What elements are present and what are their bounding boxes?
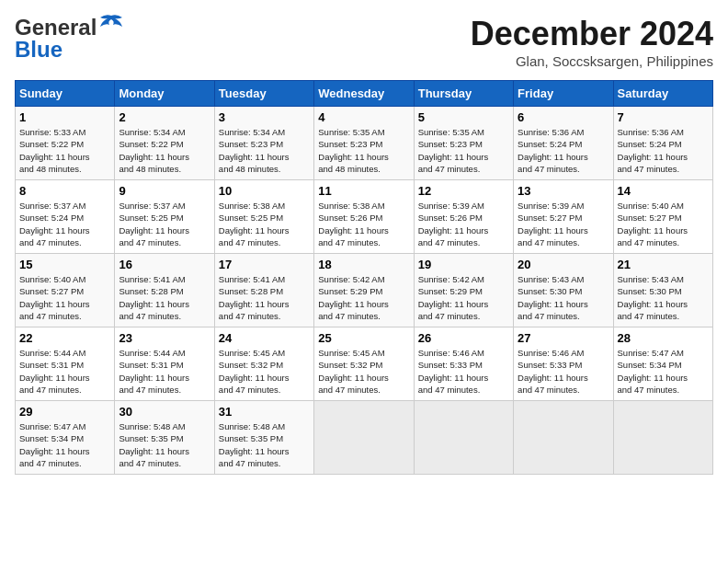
logo-blue: Blue [15, 37, 63, 63]
day-number: 18 [318, 258, 409, 271]
day-number: 15 [19, 258, 110, 271]
calendar-cell: 17Sunrise: 5:41 AM Sunset: 5:28 PM Dayli… [214, 254, 313, 327]
day-info: Sunrise: 5:35 AM Sunset: 5:23 PM Dayligh… [318, 126, 409, 175]
calendar-cell: 24Sunrise: 5:45 AM Sunset: 5:32 PM Dayli… [214, 327, 313, 401]
day-info: Sunrise: 5:43 AM Sunset: 5:30 PM Dayligh… [618, 273, 709, 322]
day-number: 8 [19, 184, 110, 198]
day-info: Sunrise: 5:48 AM Sunset: 5:35 PM Dayligh… [119, 420, 210, 469]
col-header-sunday: Sunday [16, 81, 115, 107]
calendar-cell: 21Sunrise: 5:43 AM Sunset: 5:30 PM Dayli… [613, 254, 712, 327]
calendar-cell: 4Sunrise: 5:35 AM Sunset: 5:23 PM Daylig… [314, 107, 414, 180]
calendar-cell: 1Sunrise: 5:33 AM Sunset: 5:22 PM Daylig… [16, 107, 115, 180]
title-area: December 2024 Glan, Soccsksargen, Philip… [471, 15, 713, 69]
day-info: Sunrise: 5:36 AM Sunset: 5:24 PM Dayligh… [618, 126, 709, 175]
calendar-cell: 5Sunrise: 5:35 AM Sunset: 5:23 PM Daylig… [414, 107, 513, 180]
calendar-cell [613, 401, 712, 475]
calendar-cell: 30Sunrise: 5:48 AM Sunset: 5:35 PM Dayli… [115, 401, 214, 475]
day-info: Sunrise: 5:37 AM Sunset: 5:25 PM Dayligh… [119, 200, 210, 248]
calendar-cell: 27Sunrise: 5:46 AM Sunset: 5:33 PM Dayli… [514, 327, 613, 401]
day-number: 19 [418, 258, 509, 271]
calendar-cell: 31Sunrise: 5:48 AM Sunset: 5:35 PM Dayli… [214, 401, 313, 475]
calendar-cell: 7Sunrise: 5:36 AM Sunset: 5:24 PM Daylig… [613, 107, 712, 180]
calendar-cell: 25Sunrise: 5:45 AM Sunset: 5:32 PM Dayli… [314, 327, 414, 401]
day-info: Sunrise: 5:37 AM Sunset: 5:24 PM Dayligh… [19, 200, 110, 248]
col-header-wednesday: Wednesday [314, 81, 414, 107]
day-info: Sunrise: 5:45 AM Sunset: 5:32 PM Dayligh… [219, 347, 310, 396]
day-info: Sunrise: 5:46 AM Sunset: 5:33 PM Dayligh… [418, 347, 509, 396]
col-header-tuesday: Tuesday [214, 81, 313, 107]
day-info: Sunrise: 5:34 AM Sunset: 5:23 PM Dayligh… [219, 126, 310, 175]
col-header-thursday: Thursday [414, 81, 513, 107]
day-number: 1 [19, 110, 110, 124]
calendar-cell: 12Sunrise: 5:39 AM Sunset: 5:26 PM Dayli… [414, 180, 513, 254]
day-number: 9 [119, 184, 210, 198]
calendar-cell: 19Sunrise: 5:42 AM Sunset: 5:29 PM Dayli… [414, 254, 513, 327]
day-info: Sunrise: 5:39 AM Sunset: 5:27 PM Dayligh… [518, 200, 609, 248]
day-number: 14 [618, 184, 709, 198]
day-number: 23 [119, 331, 210, 345]
calendar-cell: 23Sunrise: 5:44 AM Sunset: 5:31 PM Dayli… [115, 327, 214, 401]
day-info: Sunrise: 5:42 AM Sunset: 5:29 PM Dayligh… [318, 273, 409, 322]
calendar-cell: 14Sunrise: 5:40 AM Sunset: 5:27 PM Dayli… [613, 180, 712, 254]
day-number: 4 [318, 110, 409, 124]
logo-bird-icon [98, 14, 124, 34]
calendar-cell: 3Sunrise: 5:34 AM Sunset: 5:23 PM Daylig… [214, 107, 313, 180]
day-info: Sunrise: 5:42 AM Sunset: 5:29 PM Dayligh… [418, 273, 509, 322]
day-number: 29 [19, 405, 110, 419]
day-info: Sunrise: 5:44 AM Sunset: 5:31 PM Dayligh… [19, 347, 110, 396]
calendar-row: 29Sunrise: 5:47 AM Sunset: 5:34 PM Dayli… [16, 401, 713, 475]
calendar-subtitle: Glan, Soccsksargen, Philippines [471, 53, 713, 69]
day-number: 24 [219, 331, 310, 345]
day-number: 26 [418, 331, 509, 345]
calendar-cell: 18Sunrise: 5:42 AM Sunset: 5:29 PM Dayli… [314, 254, 414, 327]
calendar-cell: 6Sunrise: 5:36 AM Sunset: 5:24 PM Daylig… [514, 107, 613, 180]
day-number: 16 [119, 258, 210, 271]
col-header-saturday: Saturday [613, 81, 712, 107]
day-info: Sunrise: 5:33 AM Sunset: 5:22 PM Dayligh… [19, 126, 110, 175]
calendar-cell: 29Sunrise: 5:47 AM Sunset: 5:34 PM Dayli… [16, 401, 115, 475]
day-info: Sunrise: 5:44 AM Sunset: 5:31 PM Dayligh… [119, 347, 210, 396]
day-number: 21 [618, 258, 709, 271]
calendar-cell: 20Sunrise: 5:43 AM Sunset: 5:30 PM Dayli… [514, 254, 613, 327]
day-info: Sunrise: 5:47 AM Sunset: 5:34 PM Dayligh… [618, 347, 709, 396]
calendar-cell: 28Sunrise: 5:47 AM Sunset: 5:34 PM Dayli… [613, 327, 712, 401]
day-info: Sunrise: 5:38 AM Sunset: 5:26 PM Dayligh… [318, 200, 409, 248]
day-number: 20 [518, 258, 609, 271]
day-number: 7 [618, 110, 709, 124]
day-number: 31 [219, 405, 310, 419]
calendar-cell: 9Sunrise: 5:37 AM Sunset: 5:25 PM Daylig… [115, 180, 214, 254]
col-header-friday: Friday [514, 81, 613, 107]
day-number: 10 [219, 184, 310, 198]
calendar-title: December 2024 [471, 15, 713, 53]
day-number: 6 [518, 110, 609, 124]
day-info: Sunrise: 5:47 AM Sunset: 5:34 PM Dayligh… [19, 420, 110, 469]
logo: General Blue [15, 15, 124, 63]
calendar-row: 1Sunrise: 5:33 AM Sunset: 5:22 PM Daylig… [16, 107, 713, 180]
calendar-cell: 11Sunrise: 5:38 AM Sunset: 5:26 PM Dayli… [314, 180, 414, 254]
day-number: 2 [119, 110, 210, 124]
calendar-cell: 16Sunrise: 5:41 AM Sunset: 5:28 PM Dayli… [115, 254, 214, 327]
day-number: 27 [518, 331, 609, 345]
day-number: 28 [618, 331, 709, 345]
calendar-cell [314, 401, 414, 475]
day-info: Sunrise: 5:39 AM Sunset: 5:26 PM Dayligh… [418, 200, 509, 248]
day-info: Sunrise: 5:41 AM Sunset: 5:28 PM Dayligh… [219, 273, 310, 322]
day-number: 17 [219, 258, 310, 271]
day-info: Sunrise: 5:45 AM Sunset: 5:32 PM Dayligh… [318, 347, 409, 396]
day-number: 25 [318, 331, 409, 345]
calendar-row: 15Sunrise: 5:40 AM Sunset: 5:27 PM Dayli… [16, 254, 713, 327]
day-info: Sunrise: 5:35 AM Sunset: 5:23 PM Dayligh… [418, 126, 509, 175]
calendar-cell: 13Sunrise: 5:39 AM Sunset: 5:27 PM Dayli… [514, 180, 613, 254]
calendar-cell [414, 401, 513, 475]
day-number: 13 [518, 184, 609, 198]
day-info: Sunrise: 5:43 AM Sunset: 5:30 PM Dayligh… [518, 273, 609, 322]
header: General Blue December 2024 Glan, Soccsks… [15, 15, 713, 69]
calendar-row: 22Sunrise: 5:44 AM Sunset: 5:31 PM Dayli… [16, 327, 713, 401]
day-info: Sunrise: 5:48 AM Sunset: 5:35 PM Dayligh… [219, 420, 310, 469]
calendar-table: SundayMondayTuesdayWednesdayThursdayFrid… [15, 80, 713, 475]
calendar-cell: 2Sunrise: 5:34 AM Sunset: 5:22 PM Daylig… [115, 107, 214, 180]
day-number: 22 [19, 331, 110, 345]
calendar-cell: 15Sunrise: 5:40 AM Sunset: 5:27 PM Dayli… [16, 254, 115, 327]
calendar-row: 8Sunrise: 5:37 AM Sunset: 5:24 PM Daylig… [16, 180, 713, 254]
day-number: 5 [418, 110, 509, 124]
